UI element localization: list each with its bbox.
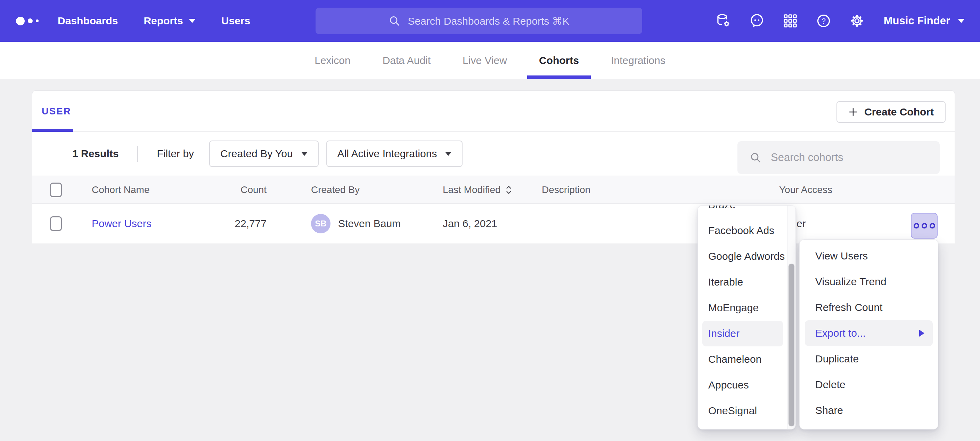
section-tab[interactable]: Live View: [463, 42, 507, 79]
dot-icon: [922, 223, 927, 228]
export-destination-item[interactable]: Chameleon: [698, 347, 788, 372]
settings-icon[interactable]: [848, 11, 866, 30]
cohorts-panel: USER Create Cohort 1 Results Filter by C…: [32, 90, 955, 243]
feedback-icon[interactable]: [748, 11, 766, 30]
context-menu-item-label: Delete: [815, 379, 845, 391]
nav-item-users-label: Users: [221, 15, 250, 27]
logo-dot-medium: [28, 18, 33, 23]
created-by-dropdown[interactable]: Created By You: [209, 141, 319, 167]
export-destination-label: Chameleon: [708, 353, 761, 365]
integrations-dropdown-value: All Active Integrations: [337, 148, 437, 160]
export-destination-label: MoEngage: [708, 302, 759, 314]
section-tab[interactable]: Data Audit: [383, 42, 431, 79]
global-search-placeholder: Search Dashboards & Reports ⌘K: [408, 15, 569, 27]
export-submenu-list: Braze Facebook Ads Google Adwords Iterab…: [698, 205, 788, 423]
sort-icon[interactable]: [505, 185, 512, 195]
export-destination-label: OneSignal: [708, 405, 757, 417]
filter-by-label: Filter by: [157, 148, 194, 160]
context-menu-item-label: Refresh Count: [815, 302, 882, 313]
context-menu-item[interactable]: Share: [800, 398, 938, 423]
created-by-cell: SB Steven Baum: [311, 214, 401, 233]
section-tab[interactable]: Integrations: [611, 42, 665, 79]
create-cohort-button[interactable]: Create Cohort: [837, 101, 946, 123]
logo-dot-small: [36, 19, 38, 22]
cohort-name-link[interactable]: Power Users: [92, 218, 151, 230]
column-last-modified-label: Last Modified: [443, 184, 501, 195]
created-by-dropdown-value: Created By You: [220, 148, 293, 160]
row-checkbox[interactable]: [50, 216, 62, 231]
select-all-checkbox[interactable]: [50, 182, 62, 197]
plus-icon: [848, 107, 858, 117]
apps-grid-icon[interactable]: [781, 11, 800, 30]
export-destination-item[interactable]: Facebook Ads: [698, 218, 788, 243]
row-actions-button[interactable]: [911, 213, 938, 238]
context-menu-item[interactable]: Export to...: [805, 320, 933, 346]
submenu-arrow-icon: [919, 330, 924, 337]
project-selector[interactable]: Music Finder: [884, 14, 965, 27]
export-destination-label: Facebook Ads: [708, 225, 774, 236]
export-destination-label: Insider: [708, 328, 740, 339]
export-destination-item[interactable]: Iterable: [698, 269, 788, 295]
nav-item-reports[interactable]: Reports: [143, 15, 195, 27]
create-cohort-label: Create Cohort: [864, 106, 934, 118]
cohort-search-input[interactable]: [771, 151, 928, 164]
context-menu-item-label: Visualize Trend: [815, 276, 886, 288]
context-menu-item-label: Export to...: [815, 327, 865, 339]
column-last-modified[interactable]: Last Modified: [443, 184, 512, 195]
section-tabbar: Lexicon Data Audit Live View Cohorts Int…: [0, 42, 980, 79]
section-tab[interactable]: Lexicon: [315, 42, 350, 79]
export-destination-item[interactable]: Appcues: [698, 372, 788, 398]
column-your-access[interactable]: Your Access: [779, 184, 832, 195]
results-count: 1 Results: [72, 148, 118, 160]
row-checkbox-cell: [50, 216, 62, 231]
search-icon: [749, 151, 762, 164]
export-destination-item[interactable]: Google Adwords: [698, 243, 788, 269]
filter-toolbar: 1 Results Filter by Created By You All A…: [32, 132, 955, 176]
chevron-down-icon: [301, 152, 307, 156]
export-destination-item[interactable]: MoEngage: [698, 295, 788, 321]
chevron-down-icon: [189, 19, 196, 23]
created-by-name: Steven Baum: [338, 218, 401, 230]
export-destination-label: Appcues: [708, 379, 749, 391]
context-menu-item-label: View Users: [815, 250, 868, 262]
table-header: Cohort Name Count Created By Last Modifi…: [32, 176, 955, 204]
mixpanel-logo[interactable]: [16, 17, 58, 26]
last-modified-cell: Jan 6, 2021: [443, 218, 497, 230]
integrations-dropdown[interactable]: All Active Integrations: [326, 141, 463, 167]
section-tab[interactable]: Cohorts: [539, 42, 579, 79]
divider: [137, 146, 138, 162]
nav-item-reports-label: Reports: [143, 15, 183, 27]
data-settings-icon[interactable]: [714, 11, 733, 30]
column-count[interactable]: Count: [240, 184, 267, 195]
submenu-scrollbar-thumb[interactable]: [789, 264, 794, 427]
export-destination-item[interactable]: Insider: [702, 321, 783, 347]
nav-item-users[interactable]: Users: [221, 15, 250, 27]
column-cohort-name[interactable]: Cohort Name: [92, 184, 150, 195]
your-access-value-partial: er: [797, 218, 806, 230]
cohort-count: 22,777: [235, 218, 267, 230]
dot-icon: [914, 223, 919, 228]
main-nav: Dashboards Reports Users: [58, 15, 250, 27]
table-row: Power Users 22,777 SB Steven Baum Jan 6,…: [32, 204, 955, 243]
help-icon[interactable]: ?: [814, 11, 833, 30]
tab-user-cohorts[interactable]: USER: [42, 106, 71, 117]
column-description[interactable]: Description: [542, 184, 590, 195]
context-menu-item[interactable]: Refresh Count: [800, 295, 938, 320]
context-menu-item[interactable]: Visualize Trend: [800, 269, 938, 295]
context-menu-item[interactable]: View Users: [800, 243, 938, 269]
export-destination-item[interactable]: Braze: [698, 205, 788, 218]
cohort-search-field[interactable]: [737, 141, 940, 174]
export-destination-label: Google Adwords: [708, 251, 785, 262]
chevron-down-icon: [445, 152, 452, 156]
context-menu-item[interactable]: Duplicate: [800, 346, 938, 372]
search-icon: [388, 14, 401, 27]
chevron-down-icon: [958, 19, 965, 23]
column-created-by[interactable]: Created By: [311, 184, 360, 195]
context-menu-item[interactable]: Delete: [800, 372, 938, 398]
global-search-button[interactable]: Search Dashboards & Reports ⌘K: [315, 8, 642, 34]
project-name: Music Finder: [884, 14, 950, 27]
nav-item-dashboards-label: Dashboards: [58, 15, 118, 27]
nav-item-dashboards[interactable]: Dashboards: [58, 15, 118, 27]
export-destination-label: Braze: [708, 205, 735, 211]
export-destination-item[interactable]: OneSignal: [698, 398, 788, 423]
